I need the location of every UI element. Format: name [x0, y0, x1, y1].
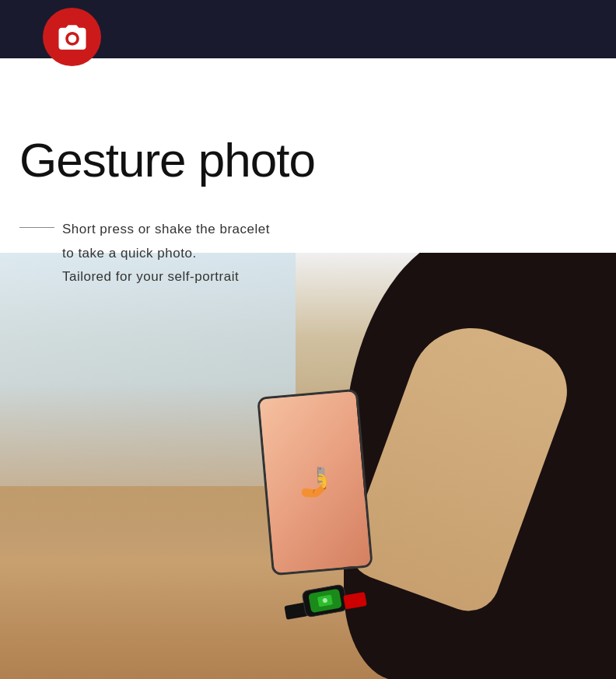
scene-background: 🤳 — [0, 253, 616, 679]
phone-screen: 🤳 — [259, 391, 370, 573]
content-area: Gesture photo Short press or shake the b… — [0, 58, 616, 253]
scene-image-area: 🤳 — [0, 253, 616, 679]
desc-line1: Short press or shake the bracelet — [62, 222, 270, 236]
bracelet-screen — [308, 589, 342, 614]
page-title: Gesture photo — [19, 132, 315, 187]
svg-point-0 — [68, 34, 76, 43]
desc-line3: Tailored for your self-portrait — [62, 269, 239, 284]
phone-element: 🤳 — [257, 389, 373, 576]
page-container: Gesture photo Short press or shake the b… — [0, 0, 616, 679]
dash-separator — [19, 227, 54, 228]
camera-icon — [56, 21, 89, 54]
camera-icon-wrapper — [43, 8, 101, 66]
description-container: Short press or shake the bracelet to tak… — [19, 218, 270, 289]
description-text: Short press or shake the bracelet to tak… — [62, 218, 270, 289]
desc-line2: to take a quick photo. — [62, 246, 197, 261]
